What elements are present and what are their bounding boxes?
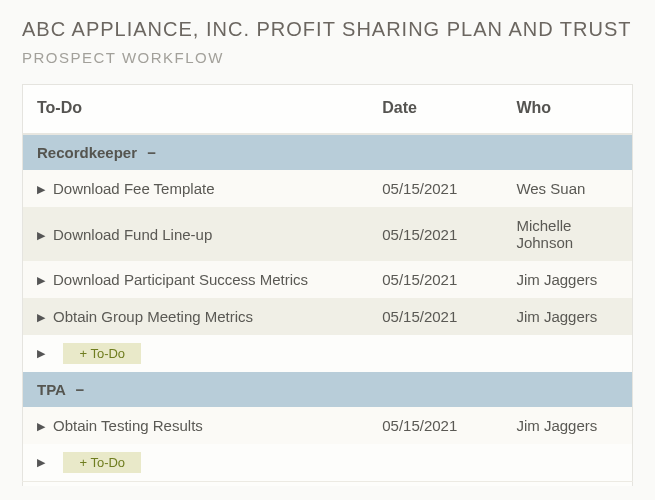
todo-date: 05/15/2021	[370, 170, 504, 207]
todo-who: Michelle Johnson	[504, 207, 632, 261]
section-name: Recordkeeper	[37, 144, 137, 161]
workflow-table: To-Do Date Who Recordkeeper − ▶Download …	[22, 84, 633, 486]
todo-label: Download Fund Line-up	[53, 226, 212, 243]
section-header-tpa[interactable]: TPA −	[23, 372, 633, 407]
expand-icon: ▶	[37, 420, 45, 433]
todo-label: Obtain Testing Results	[53, 417, 203, 434]
col-header-todo: To-Do	[23, 85, 371, 135]
col-header-who: Who	[504, 85, 632, 135]
section-header-recordkeeper[interactable]: Recordkeeper −	[23, 134, 633, 170]
subtitle: PROSPECT WORKFLOW	[22, 49, 633, 66]
table-row[interactable]: ▶Download Participant Success Metrics 05…	[23, 261, 633, 298]
expand-icon: ▶	[37, 347, 45, 360]
expand-icon: ▶	[37, 183, 45, 196]
expand-icon: ▶	[37, 456, 45, 469]
page-title: ABC APPLIANCE, INC. PROFIT SHARING PLAN …	[22, 18, 633, 41]
add-todo-button[interactable]: + To-Do	[63, 452, 141, 473]
table-row[interactable]: ▶Download Fund Line-up 05/15/2021 Michel…	[23, 207, 633, 261]
table-row[interactable]: ▶Obtain Testing Results 05/15/2021 Jim J…	[23, 407, 633, 444]
expand-icon: ▶	[37, 311, 45, 324]
todo-label: Download Fee Template	[53, 180, 214, 197]
todo-who: Wes Suan	[504, 170, 632, 207]
col-header-date: Date	[370, 85, 504, 135]
todo-date: 05/15/2021	[370, 407, 504, 444]
collapse-icon: −	[147, 144, 156, 161]
todo-date: 05/15/2021	[370, 207, 504, 261]
table-row[interactable]: ▶Download Fee Template 05/15/2021 Wes Su…	[23, 170, 633, 207]
section-name: TPA	[37, 381, 65, 398]
table-row[interactable]: ▶Obtain Group Meeting Metrics 05/15/2021…	[23, 298, 633, 335]
expand-icon: ▶	[37, 229, 45, 242]
add-todo-button[interactable]: + To-Do	[63, 343, 141, 364]
todo-who: Jim Jaggers	[504, 261, 632, 298]
todo-label: Obtain Group Meeting Metrics	[53, 308, 253, 325]
todo-who: Jim Jaggers	[504, 298, 632, 335]
collapse-icon: −	[76, 381, 85, 398]
todo-who: Jim Jaggers	[504, 407, 632, 444]
todo-date: 05/15/2021	[370, 298, 504, 335]
todo-label: Download Participant Success Metrics	[53, 271, 308, 288]
expand-icon: ▶	[37, 274, 45, 287]
todo-date: 05/15/2021	[370, 261, 504, 298]
